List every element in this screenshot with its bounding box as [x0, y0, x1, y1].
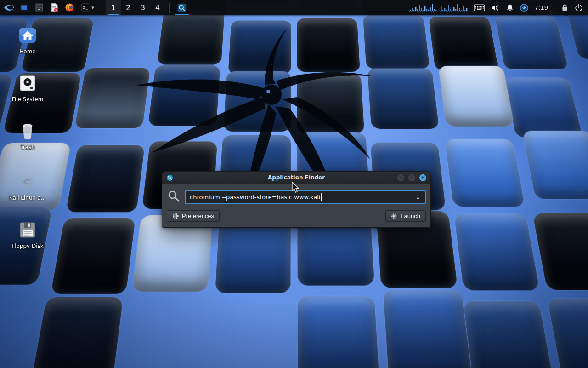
wallpaper-cube: [66, 145, 145, 212]
wallpaper-cube: [429, 17, 499, 70]
kali-logo-icon: [3, 2, 15, 13]
volume-icon: [490, 3, 500, 13]
panel-clock[interactable]: 7:19: [534, 4, 549, 11]
firefox-launcher[interactable]: [62, 0, 77, 15]
kali-menu-button[interactable]: [1, 0, 17, 15]
desktop-icon-label: Floppy Disk: [11, 243, 44, 250]
panel-separator: [169, 3, 170, 13]
keyboard-layout-button[interactable]: [474, 0, 485, 15]
expand-arrow-icon[interactable]: ↓: [411, 193, 421, 201]
wallpaper-cube: [210, 303, 290, 368]
system-monitors: [409, 1, 469, 14]
logout-button[interactable]: [574, 0, 583, 15]
desktop-icon-kali-linux[interactable]: Kali Linux a...: [6, 171, 49, 201]
desktop-icon-label: Trash: [20, 144, 35, 151]
show-desktop-button[interactable]: [17, 0, 32, 15]
kali-disc-icon: [18, 171, 37, 192]
wallpaper-cube: [228, 20, 291, 74]
wallpaper-cube: [157, 11, 225, 64]
gear-icon: [172, 213, 179, 219]
desktop-icon-trash[interactable]: Trash: [6, 121, 49, 151]
wallpaper-cube: [51, 218, 136, 294]
window-icon: [19, 2, 29, 13]
preferences-label: Preferences: [182, 213, 214, 219]
search-icon: [167, 189, 181, 205]
button-row: Preferences Launch: [167, 210, 426, 222]
network-status-button[interactable]: [520, 0, 529, 15]
wallpaper-cube: [445, 139, 525, 207]
chevron-down-icon: ▾: [91, 5, 94, 10]
wallpaper-cube: [438, 66, 514, 126]
screen: ▾ 1 2 3 4: [0, 0, 588, 368]
desktop-icon-file-system[interactable]: File System: [6, 73, 49, 103]
workspace-label: 2: [126, 3, 130, 12]
window-app-icon: [166, 174, 173, 181]
notifications-button[interactable]: [505, 0, 514, 15]
close-button[interactable]: [419, 174, 426, 181]
wallpaper-cube: [30, 297, 123, 368]
search-input-value: chromium --password-store=basic www.kali: [190, 194, 320, 201]
file-manager-launcher[interactable]: [32, 0, 47, 15]
launch-icon: [391, 213, 398, 219]
desktop-icon-home[interactable]: Home: [6, 25, 49, 55]
wallpaper-cube: [148, 65, 220, 126]
preferences-button[interactable]: Preferences: [167, 210, 220, 222]
launch-label: Launch: [401, 213, 420, 219]
workspace-1[interactable]: 1: [106, 0, 121, 15]
keyboard-icon: [474, 3, 485, 12]
titlebar[interactable]: Application Finder: [162, 172, 430, 184]
application-finder-window: Application Finder: [162, 171, 431, 228]
terminal-launcher[interactable]: ▾: [77, 0, 97, 15]
power-icon: [574, 3, 583, 12]
drive-icon: [18, 73, 37, 94]
wallpaper-cube: [547, 299, 588, 368]
launch-button[interactable]: Launch: [385, 210, 426, 222]
wallpaper-cube: [74, 68, 150, 128]
text-editor-launcher[interactable]: [47, 0, 62, 15]
wallpaper-cube: [463, 301, 554, 368]
lock-screen-button[interactable]: [560, 0, 569, 15]
window-title: Application Finder: [162, 174, 430, 181]
wallpaper-cube: [454, 214, 540, 290]
network-monitor-graph[interactable]: [409, 1, 438, 14]
lock-icon: [560, 3, 569, 12]
bell-icon: [505, 3, 514, 12]
taskbar-application-finder[interactable]: [174, 0, 190, 15]
panel-right: 7:19: [409, 0, 588, 15]
workspace-2[interactable]: 2: [121, 0, 136, 15]
desktop-icon-label: Home: [19, 48, 35, 55]
desktop-icon-floppy-disk[interactable]: Floppy Disk: [6, 219, 49, 250]
maximize-button[interactable]: [408, 174, 415, 181]
workspace-label: 4: [155, 3, 160, 12]
trash-icon: [18, 121, 37, 142]
minimize-button[interactable]: [397, 174, 404, 181]
close-icon: [421, 176, 425, 179]
desktop-icon-label: File System: [12, 96, 44, 103]
volume-button[interactable]: [490, 0, 500, 15]
window-controls: [397, 174, 426, 181]
search-row: chromium --password-store=basic www.kali…: [167, 189, 426, 205]
wallpaper-cube: [363, 15, 430, 69]
desktop-icon-label: Kali Linux a...: [9, 195, 46, 201]
floppy-icon: [18, 219, 37, 241]
terminal-icon: [80, 2, 91, 13]
wallpaper-cube: [122, 303, 208, 368]
home-icon: [18, 25, 37, 46]
wallpaper-cube: [532, 213, 588, 290]
wallpaper-cube: [495, 16, 568, 69]
workspace-label: 1: [111, 3, 116, 12]
search-input[interactable]: chromium --password-store=basic www.kali…: [185, 190, 426, 204]
wallpaper-cube: [522, 131, 588, 199]
finder-body: chromium --password-store=basic www.kali…: [162, 184, 430, 227]
wallpaper-cube: [298, 296, 379, 368]
wallpaper-cube: [297, 74, 364, 134]
workspace-label: 3: [141, 3, 145, 12]
download-status-icon: [520, 3, 529, 12]
workspace-4[interactable]: 4: [150, 0, 165, 15]
workspace-3[interactable]: 3: [136, 0, 150, 15]
cpu-monitor-graph[interactable]: [440, 1, 469, 14]
document-icon: [49, 2, 60, 13]
wallpaper-cube: [215, 217, 291, 293]
wallpaper-cube: [223, 71, 291, 132]
wallpaper-cube: [368, 69, 440, 129]
